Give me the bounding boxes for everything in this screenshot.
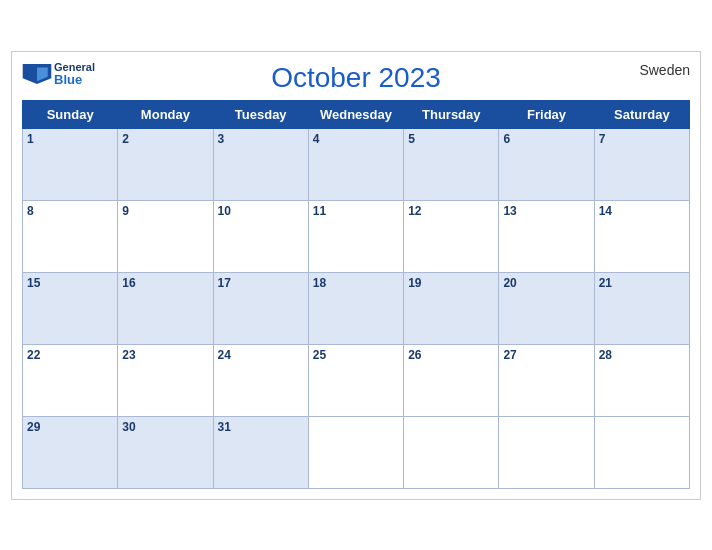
calendar-header: General Blue October 2023 Sweden — [22, 62, 690, 94]
day-number: 1 — [27, 132, 34, 146]
calendar-day-cell: 28 — [594, 344, 689, 416]
calendar-day-cell: 4 — [308, 128, 403, 200]
day-number: 14 — [599, 204, 612, 218]
month-title: October 2023 — [271, 62, 441, 94]
header-thursday: Thursday — [404, 100, 499, 128]
calendar-week-row: 1234567 — [23, 128, 690, 200]
day-number: 19 — [408, 276, 421, 290]
calendar-day-cell: 1 — [23, 128, 118, 200]
day-number: 10 — [218, 204, 231, 218]
calendar-day-cell: 22 — [23, 344, 118, 416]
calendar-container: General Blue October 2023 Sweden Sunday … — [11, 51, 701, 500]
calendar-day-cell: 23 — [118, 344, 213, 416]
calendar-day-cell: 16 — [118, 272, 213, 344]
calendar-week-row: 15161718192021 — [23, 272, 690, 344]
calendar-day-cell: 21 — [594, 272, 689, 344]
day-number: 2 — [122, 132, 129, 146]
day-number: 6 — [503, 132, 510, 146]
day-number: 4 — [313, 132, 320, 146]
logo-blue-text: Blue — [54, 73, 82, 86]
weekday-header-row: Sunday Monday Tuesday Wednesday Thursday… — [23, 100, 690, 128]
calendar-day-cell: 29 — [23, 416, 118, 488]
day-number: 21 — [599, 276, 612, 290]
day-number: 27 — [503, 348, 516, 362]
logo-general-text: General — [54, 62, 95, 73]
calendar-day-cell: 11 — [308, 200, 403, 272]
calendar-table: Sunday Monday Tuesday Wednesday Thursday… — [22, 100, 690, 489]
calendar-week-row: 891011121314 — [23, 200, 690, 272]
day-number: 24 — [218, 348, 231, 362]
day-number: 9 — [122, 204, 129, 218]
day-number: 13 — [503, 204, 516, 218]
calendar-day-cell: 5 — [404, 128, 499, 200]
day-number: 16 — [122, 276, 135, 290]
header-tuesday: Tuesday — [213, 100, 308, 128]
calendar-day-cell: 6 — [499, 128, 594, 200]
calendar-day-cell: 24 — [213, 344, 308, 416]
day-number: 22 — [27, 348, 40, 362]
calendar-day-cell: 12 — [404, 200, 499, 272]
calendar-day-cell: 17 — [213, 272, 308, 344]
header-wednesday: Wednesday — [308, 100, 403, 128]
day-number: 31 — [218, 420, 231, 434]
day-number: 28 — [599, 348, 612, 362]
calendar-day-cell: 2 — [118, 128, 213, 200]
day-number: 25 — [313, 348, 326, 362]
calendar-day-cell — [308, 416, 403, 488]
day-number: 29 — [27, 420, 40, 434]
calendar-day-cell: 9 — [118, 200, 213, 272]
calendar-day-cell: 8 — [23, 200, 118, 272]
calendar-day-cell: 18 — [308, 272, 403, 344]
day-number: 7 — [599, 132, 606, 146]
day-number: 11 — [313, 204, 326, 218]
calendar-day-cell: 20 — [499, 272, 594, 344]
day-number: 12 — [408, 204, 421, 218]
day-number: 18 — [313, 276, 326, 290]
calendar-day-cell: 13 — [499, 200, 594, 272]
day-number: 20 — [503, 276, 516, 290]
country-label: Sweden — [639, 62, 690, 78]
calendar-day-cell: 31 — [213, 416, 308, 488]
day-number: 8 — [27, 204, 34, 218]
calendar-week-row: 22232425262728 — [23, 344, 690, 416]
day-number: 30 — [122, 420, 135, 434]
day-number: 23 — [122, 348, 135, 362]
calendar-day-cell: 10 — [213, 200, 308, 272]
day-number: 17 — [218, 276, 231, 290]
calendar-day-cell: 7 — [594, 128, 689, 200]
header-saturday: Saturday — [594, 100, 689, 128]
calendar-day-cell: 30 — [118, 416, 213, 488]
calendar-day-cell: 14 — [594, 200, 689, 272]
calendar-day-cell: 26 — [404, 344, 499, 416]
calendar-day-cell — [594, 416, 689, 488]
calendar-week-row: 293031 — [23, 416, 690, 488]
day-number: 3 — [218, 132, 225, 146]
calendar-day-cell: 25 — [308, 344, 403, 416]
calendar-day-cell: 15 — [23, 272, 118, 344]
logo-icon — [22, 64, 52, 84]
day-number: 5 — [408, 132, 415, 146]
calendar-day-cell: 19 — [404, 272, 499, 344]
logo-area: General Blue — [22, 62, 95, 86]
day-number: 26 — [408, 348, 421, 362]
day-number: 15 — [27, 276, 40, 290]
calendar-day-cell: 27 — [499, 344, 594, 416]
calendar-day-cell — [404, 416, 499, 488]
calendar-day-cell: 3 — [213, 128, 308, 200]
header-friday: Friday — [499, 100, 594, 128]
header-sunday: Sunday — [23, 100, 118, 128]
calendar-day-cell — [499, 416, 594, 488]
header-monday: Monday — [118, 100, 213, 128]
